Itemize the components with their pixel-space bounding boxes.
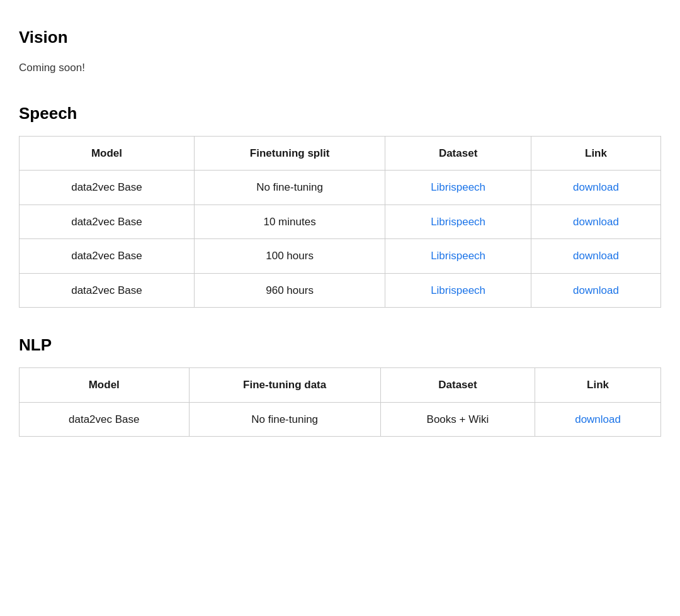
- speech-row-split: No fine-tuning: [194, 171, 385, 205]
- speech-row-link: download: [531, 273, 660, 308]
- vision-title: Vision: [19, 25, 661, 50]
- speech-section: Speech Model Finetuning split Dataset Li…: [19, 101, 661, 308]
- speech-row-dataset: Librispeech: [385, 171, 531, 205]
- speech-row-link: download: [531, 171, 660, 205]
- nlp-table: Model Fine-tuning data Dataset Link data…: [19, 367, 661, 437]
- speech-title: Speech: [19, 101, 661, 126]
- speech-row-model: data2vec Base: [20, 171, 195, 205]
- speech-row-dataset: Librispeech: [385, 273, 531, 308]
- speech-row-dataset: Librispeech: [385, 239, 531, 274]
- nlp-section: NLP Model Fine-tuning data Dataset Link …: [19, 333, 661, 437]
- speech-table: Model Finetuning split Dataset Link data…: [19, 136, 661, 308]
- nlp-row-dataset: Books + Wiki: [380, 402, 535, 437]
- nlp-table-header-row: Model Fine-tuning data Dataset Link: [20, 368, 661, 403]
- speech-row-link: download: [531, 239, 660, 274]
- speech-dataset-link[interactable]: Librispeech: [431, 181, 485, 193]
- speech-col-link: Link: [531, 136, 660, 171]
- table-row: data2vec Base960 hoursLibrispeechdownloa…: [20, 273, 661, 308]
- speech-dataset-link[interactable]: Librispeech: [431, 250, 485, 262]
- table-row: data2vec Base100 hoursLibrispeechdownloa…: [20, 239, 661, 274]
- nlp-col-dataset: Dataset: [380, 368, 535, 403]
- nlp-row-split: No fine-tuning: [189, 402, 380, 437]
- nlp-col-link: Link: [535, 368, 661, 403]
- nlp-col-model: Model: [20, 368, 190, 403]
- table-row: data2vec Base10 minutesLibrispeechdownlo…: [20, 204, 661, 239]
- speech-dataset-link[interactable]: Librispeech: [431, 216, 485, 228]
- nlp-col-split: Fine-tuning data: [189, 368, 380, 403]
- speech-download-link[interactable]: download: [573, 216, 619, 228]
- table-row: data2vec BaseNo fine-tuningBooks + Wikid…: [20, 402, 661, 437]
- speech-row-dataset: Librispeech: [385, 204, 531, 239]
- speech-download-link[interactable]: download: [573, 250, 619, 262]
- vision-section: Vision Coming soon!: [19, 25, 661, 76]
- speech-row-model: data2vec Base: [20, 239, 195, 274]
- speech-row-model: data2vec Base: [20, 273, 195, 308]
- speech-table-header-row: Model Finetuning split Dataset Link: [20, 136, 661, 171]
- speech-col-model: Model: [20, 136, 195, 171]
- coming-soon-text: Coming soon!: [19, 60, 661, 76]
- speech-row-split: 960 hours: [194, 273, 385, 308]
- nlp-row-model: data2vec Base: [20, 402, 190, 437]
- speech-row-link: download: [531, 204, 660, 239]
- speech-col-dataset: Dataset: [385, 136, 531, 171]
- table-row: data2vec BaseNo fine-tuningLibrispeechdo…: [20, 171, 661, 205]
- speech-row-model: data2vec Base: [20, 204, 195, 239]
- speech-row-split: 10 minutes: [194, 204, 385, 239]
- nlp-title: NLP: [19, 333, 661, 357]
- speech-col-split: Finetuning split: [194, 136, 385, 171]
- speech-download-link[interactable]: download: [573, 284, 619, 296]
- speech-row-split: 100 hours: [194, 239, 385, 274]
- nlp-download-link[interactable]: download: [575, 413, 621, 425]
- speech-download-link[interactable]: download: [573, 181, 619, 193]
- nlp-row-link: download: [535, 402, 661, 437]
- speech-dataset-link[interactable]: Librispeech: [431, 284, 485, 296]
